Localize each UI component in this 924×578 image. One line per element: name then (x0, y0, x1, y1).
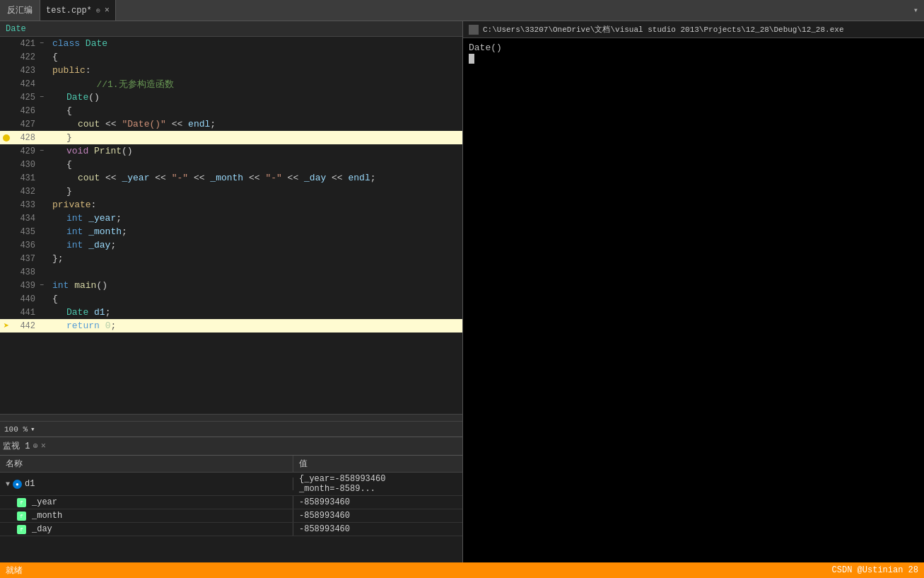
terminal-content[interactable]: Date() (463, 38, 924, 578)
line-content-440: { (49, 294, 462, 304)
var-name-day: _day (32, 524, 52, 534)
terminal-cursor-line (469, 53, 918, 64)
code-line-425: 425 − Date() (0, 91, 462, 104)
code-line-435: 435 int _month; (0, 225, 462, 238)
terminal-window-icon (469, 25, 479, 35)
fold-421[interactable]: − (40, 40, 49, 47)
breakpoint-icon (3, 134, 10, 141)
watch-tab-label[interactable]: 监视 1 (3, 440, 30, 452)
code-line-434: 434 int _year; (0, 212, 462, 225)
watch-pin-icon[interactable]: ⊕ (33, 441, 37, 451)
fold-439[interactable]: − (40, 282, 49, 289)
code-line-421: 421 − class Date (0, 37, 462, 50)
linenum-425: 425 (13, 93, 40, 103)
line-content-431: cout << _year << "-" << _month << "-" <<… (49, 173, 462, 183)
var-name-year: _year (32, 497, 57, 507)
watch-row-month: f _month -858993460 (0, 509, 462, 523)
line-content-423: public: (49, 65, 462, 76)
line-content-435: int _month; (49, 226, 462, 237)
linenum-435: 435 (13, 227, 40, 237)
code-line-441: 441 Date d1; (0, 306, 462, 319)
terminal-cursor (469, 54, 474, 64)
watch-col-name: 名称 (0, 456, 293, 472)
line-content-442: return 0; (49, 320, 462, 331)
linenum-441: 441 (13, 308, 40, 318)
watch-cell-name-d1[interactable]: ▼ ● d1 (0, 478, 293, 490)
code-line-437: 437 }; (0, 252, 462, 265)
breadcrumb-text: Date (6, 24, 26, 34)
expand-d1[interactable]: ▼ (6, 480, 10, 488)
gutter-442: ➤ (0, 320, 13, 332)
watch-cell-value-year: -858993460 (293, 496, 462, 509)
linenum-432: 432 (13, 187, 40, 197)
linenum-442: 442 (13, 321, 40, 331)
linenum-431: 431 (13, 173, 40, 183)
line-content-424: //1.无参构造函数 (49, 78, 462, 91)
code-line-422: 422 { (0, 50, 462, 64)
zoom-dropdown-arrow[interactable]: ▾ (30, 424, 35, 434)
tab-bar: 反汇编 test.cpp* ⊕ × ▾ (0, 0, 924, 21)
zoom-level: 100 % (4, 425, 28, 434)
linenum-423: 423 (13, 66, 40, 76)
line-content-439: int main() (49, 280, 462, 291)
tab-pin-icon[interactable]: ⊕ (96, 6, 100, 15)
linenum-428: 428 (13, 133, 40, 143)
active-tab[interactable]: test.cpp* ⊕ × (40, 0, 116, 21)
main-layout: Date 421 − class Date 422 { (0, 21, 924, 578)
line-content-425: Date() (49, 92, 462, 103)
line-content-422: { (49, 52, 462, 62)
watch-header: 名称 值 (0, 456, 462, 473)
watch-panel: 监视 1 ⊕ × 名称 值 ▼ ● d1 {_year=-858993460 _… (0, 437, 462, 578)
watch-table: 名称 值 ▼ ● d1 {_year=-858993460 _month=-85… (0, 456, 462, 578)
linenum-438: 438 (13, 267, 40, 277)
linenum-424: 424 (13, 79, 40, 89)
watch-cell-name-month[interactable]: f _month (0, 509, 293, 522)
code-line-429: 429 − void Print() (0, 144, 462, 158)
line-content-432: } (49, 186, 462, 197)
linenum-433: 433 (13, 200, 40, 210)
watch-row-d1: ▼ ● d1 {_year=-858993460 _month=-8589... (0, 473, 462, 496)
zoom-bar: 100 % ▾ (0, 421, 462, 437)
line-content-430: { (49, 159, 462, 170)
right-panel: C:\Users\33207\OneDrive\文档\visual studio… (463, 21, 924, 578)
code-line-427: 427 cout << "Date()" << endl; (0, 117, 462, 131)
code-line-442: ➤ 442 return 0; (0, 319, 462, 333)
code-line-423: 423 public: (0, 64, 462, 77)
status-right: CSDN @Ustinian 28 (832, 565, 918, 575)
code-line-439: 439 − int main() (0, 279, 462, 292)
watch-cell-value-d1: {_year=-858993460 _month=-8589... (293, 473, 462, 495)
tab-overflow-arrow[interactable]: ▾ (908, 5, 924, 16)
linenum-439: 439 (13, 281, 40, 291)
tab-name: test.cpp* (46, 6, 92, 16)
disasm-tab[interactable]: 反汇编 (0, 0, 40, 21)
field-icon-year: f (17, 498, 26, 507)
code-line-440: 440 { (0, 292, 462, 306)
horizontal-scrollbar[interactable] (0, 414, 462, 421)
current-line-arrow: ➤ (4, 320, 9, 332)
code-line-424: 424 //1.无参构造函数 (0, 77, 462, 91)
watch-close-icon[interactable]: × (41, 441, 46, 451)
fold-429[interactable]: − (40, 147, 49, 155)
line-content-429: void Print() (49, 146, 462, 156)
linenum-429: 429 (13, 146, 40, 156)
fold-425[interactable]: − (40, 93, 49, 101)
linenum-436: 436 (13, 241, 40, 250)
watch-cell-name-day[interactable]: f _day (0, 523, 293, 536)
watch-cell-value-month: -858993460 (293, 509, 462, 522)
code-line-432: 432 } (0, 185, 462, 198)
field-icon-month: f (17, 511, 26, 521)
code-line-431: 431 cout << _year << "-" << _month << "-… (0, 171, 462, 185)
terminal-line-1: Date() (469, 42, 918, 53)
code-line-433: 433 private: (0, 198, 462, 212)
status-left: 就绪 (6, 565, 23, 577)
watch-cell-value-day: -858993460 (293, 523, 462, 536)
disasm-label: 反汇编 (7, 4, 33, 16)
editor-area: Date 421 − class Date 422 { (0, 21, 462, 414)
watch-cell-name-year[interactable]: f _year (0, 496, 293, 509)
line-content-433: private: (49, 200, 462, 210)
linenum-427: 427 (13, 120, 40, 129)
tab-close-icon[interactable]: × (105, 6, 110, 16)
line-content-421: class Date (49, 38, 462, 49)
code-container[interactable]: 421 − class Date 422 { 423 public: (0, 37, 462, 414)
left-panel: Date 421 − class Date 422 { (0, 21, 463, 578)
